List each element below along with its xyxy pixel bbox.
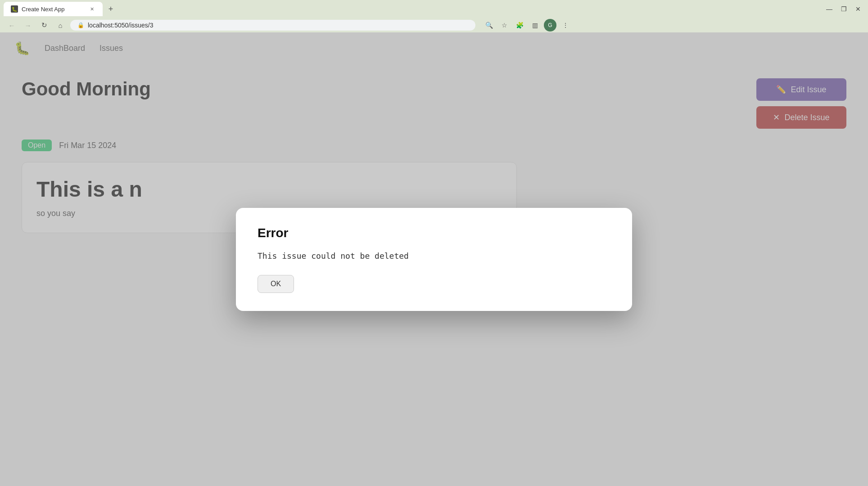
browser-chrome: 🐛 Create Next App ✕ + — ❐ ✕ ← → ↻ ⌂ 🔒 lo… bbox=[0, 0, 868, 32]
sidebar-icon[interactable]: ▥ bbox=[529, 19, 541, 32]
bookmark-icon[interactable]: ☆ bbox=[498, 19, 511, 32]
browser-tab[interactable]: 🐛 Create Next App ✕ bbox=[4, 2, 103, 16]
address-bar[interactable]: 🔒 localhost:5050/issues/3 bbox=[70, 20, 475, 31]
address-bar-row: ← → ↻ ⌂ 🔒 localhost:5050/issues/3 🔍 ☆ 🧩 … bbox=[0, 18, 868, 32]
forward-button[interactable]: → bbox=[22, 19, 34, 32]
modal-title: Error bbox=[258, 226, 610, 240]
extensions-icon[interactable]: 🧩 bbox=[513, 19, 526, 32]
tab-close-button[interactable]: ✕ bbox=[88, 5, 95, 13]
tab-favicon: 🐛 bbox=[11, 5, 18, 13]
lock-icon: 🔒 bbox=[77, 22, 84, 28]
refresh-button[interactable]: ↻ bbox=[38, 19, 50, 32]
error-modal: Error This issue could not be deleted OK bbox=[236, 208, 632, 311]
minimize-button[interactable]: — bbox=[823, 3, 836, 15]
tab-bar: 🐛 Create Next App ✕ + — ❐ ✕ bbox=[0, 0, 868, 18]
close-button[interactable]: ✕ bbox=[852, 3, 864, 15]
tab-title: Create Next App bbox=[22, 6, 85, 13]
home-button[interactable]: ⌂ bbox=[54, 19, 67, 32]
browser-right-controls: 🔍 ☆ 🧩 ▥ G ⋮ bbox=[483, 19, 572, 32]
page-content: 🐛 DashBoard Issues Good Morning ✏️ Edit … bbox=[0, 32, 868, 486]
zoom-icon[interactable]: 🔍 bbox=[483, 19, 495, 32]
url-text: localhost:5050/issues/3 bbox=[88, 22, 154, 29]
modal-overlay: Error This issue could not be deleted OK bbox=[0, 32, 868, 486]
back-button[interactable]: ← bbox=[5, 19, 18, 32]
modal-ok-button[interactable]: OK bbox=[258, 275, 294, 293]
window-controls: — ❐ ✕ bbox=[823, 3, 864, 15]
menu-icon[interactable]: ⋮ bbox=[559, 19, 572, 32]
user-avatar[interactable]: G bbox=[544, 19, 556, 32]
restore-button[interactable]: ❐ bbox=[837, 3, 850, 15]
new-tab-button[interactable]: + bbox=[104, 3, 117, 15]
modal-message: This issue could not be deleted bbox=[258, 251, 610, 261]
